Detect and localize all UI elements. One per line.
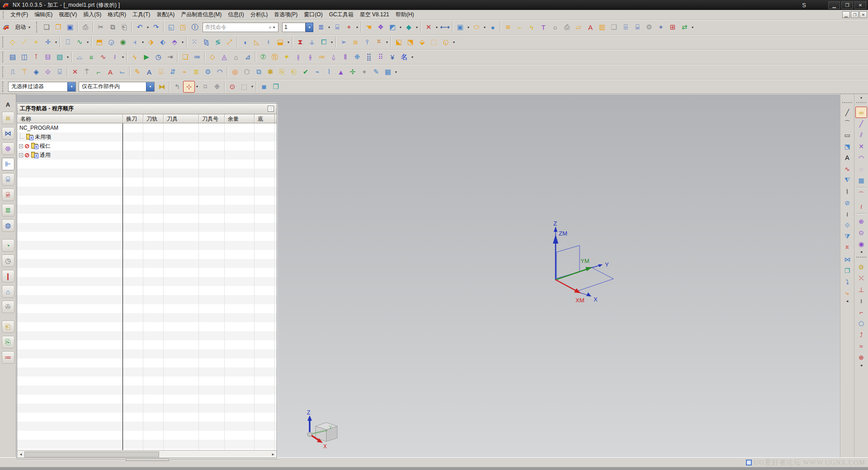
step-block-icon[interactable]: ⌐ bbox=[93, 66, 104, 78]
grid-9-icon[interactable]: ⣿ bbox=[363, 51, 375, 63]
menu-item-4[interactable]: 格式(R) bbox=[104, 10, 129, 19]
navigator-column-0[interactable]: 名称 bbox=[17, 114, 123, 123]
flower-tool-icon[interactable]: ✽ bbox=[264, 66, 276, 78]
reuse-library-icon[interactable]: ≣ bbox=[2, 204, 14, 216]
doc-minimize-button[interactable]: ▁ bbox=[842, 11, 850, 18]
toolbar-grip[interactable] bbox=[856, 257, 866, 259]
plug-tree-icon[interactable]: ⫳ bbox=[304, 51, 316, 63]
spanner-icon[interactable]: ⚙ bbox=[643, 21, 655, 33]
wizards-icon[interactable]: ⌂ bbox=[2, 285, 14, 298]
navigator-row-NC_PROGRAM[interactable]: NC_PROGRAM bbox=[17, 123, 123, 132]
flash-edit-icon[interactable]: ϟ bbox=[526, 21, 538, 33]
list-flash-icon[interactable]: ≣ bbox=[190, 66, 202, 78]
intersect-icon[interactable]: ⬘ bbox=[169, 36, 180, 48]
window-shade-icon[interactable]: ◱ bbox=[165, 21, 177, 33]
dropdown-arrow-icon[interactable]: ▾ bbox=[410, 55, 415, 59]
datum-plane-icon[interactable]: ◇ bbox=[7, 36, 19, 48]
revolve-icon[interactable]: ◶ bbox=[105, 36, 117, 48]
machining-feature-navigator-icon[interactable]: ⌸ bbox=[2, 173, 14, 186]
object-display-icon[interactable]: ❖ bbox=[375, 21, 387, 33]
menu-item-1[interactable]: 编辑(E) bbox=[31, 10, 56, 19]
trim-body-icon[interactable]: ⧗ bbox=[294, 36, 306, 48]
tool-holder-2-icon[interactable]: ⌸ bbox=[632, 21, 643, 33]
toolbar-grip[interactable] bbox=[2, 66, 5, 77]
rectangle-select-icon[interactable]: ⬚ bbox=[238, 81, 250, 93]
split-body-icon[interactable]: ⫝ bbox=[306, 36, 318, 48]
box-pencil-icon[interactable]: ✎ bbox=[370, 66, 382, 78]
brush-1-icon[interactable]: ⌁ bbox=[311, 66, 323, 78]
snap-arc-icon[interactable]: ⌒ bbox=[855, 189, 867, 201]
free-curls-icon[interactable]: ≀ bbox=[841, 208, 853, 220]
annotation-a-icon[interactable]: A bbox=[104, 66, 116, 78]
panel-restore-button[interactable]: □ bbox=[268, 106, 274, 112]
program-view-icon[interactable]: ⊿ bbox=[242, 51, 254, 63]
dropdown-arrow-icon[interactable]: ▾ bbox=[452, 40, 456, 44]
start-button[interactable]: 启动▾ bbox=[12, 22, 35, 33]
snap-arc-center-icon[interactable]: ◠ bbox=[855, 152, 867, 163]
toolbar-grip[interactable] bbox=[842, 102, 852, 105]
plug-add-icon[interactable]: ⫲ bbox=[292, 51, 304, 63]
synchronous-3-icon[interactable]: ⬙ bbox=[416, 36, 428, 48]
pipe-tool-icon[interactable]: ⌙ bbox=[116, 66, 128, 78]
draft-icon[interactable]: ⟊ bbox=[263, 36, 274, 48]
verify-toolpath-icon[interactable]: ▶ bbox=[141, 51, 152, 63]
simulate-icon[interactable]: ◷ bbox=[152, 51, 164, 63]
gauge-target-icon[interactable]: ⊕ bbox=[855, 352, 867, 363]
wrench-doc-icon[interactable]: ⚙ bbox=[855, 261, 867, 273]
menu-item-7[interactable]: 产品制造信息(M) bbox=[178, 10, 225, 19]
snap-circle-plus-icon[interactable]: ⊕ bbox=[855, 216, 867, 227]
fixed-contour-icon[interactable]: ∿ bbox=[97, 51, 109, 63]
view-orient-icon[interactable]: ◩ bbox=[387, 21, 398, 33]
point-dot-icon[interactable]: ⊙ bbox=[226, 81, 238, 93]
patch-body-icon[interactable]: ⧠ bbox=[318, 36, 330, 48]
profile-op-icon[interactable]: ⌓ bbox=[74, 51, 85, 63]
offset-face-icon[interactable]: ≶ bbox=[212, 36, 224, 48]
toolbar-grip[interactable] bbox=[856, 102, 866, 105]
swept-plane-icon[interactable]: ⟐ bbox=[841, 220, 853, 231]
tree-expand-icon[interactable]: + bbox=[19, 153, 23, 157]
toolpath-list-icon[interactable]: ≔ bbox=[191, 51, 203, 63]
cut-icon[interactable]: ✂ bbox=[95, 21, 107, 33]
navigator-column-6[interactable]: 底 bbox=[255, 114, 275, 123]
datum-axis-icon[interactable]: ⟋ bbox=[19, 36, 30, 48]
dropdown-arrow-icon[interactable]: ▾ bbox=[54, 40, 58, 44]
snap-intersection-icon[interactable]: ✕ bbox=[855, 141, 867, 152]
menu-item-12[interactable]: GC工具箱 bbox=[326, 10, 357, 19]
cylinder-display-icon[interactable]: ⬭ bbox=[471, 21, 482, 33]
dropdown-arrow-icon[interactable]: ▾ bbox=[141, 40, 145, 44]
layer-dropdown-icon[interactable]: ▾ bbox=[306, 23, 313, 32]
check-ok-icon[interactable]: ✔ bbox=[300, 66, 311, 78]
redo-icon[interactable]: ↷ bbox=[150, 21, 162, 33]
dropdown-arrow-icon[interactable]: ▾ bbox=[85, 40, 90, 44]
plug-a-icon[interactable]: ⍙ bbox=[328, 51, 340, 63]
dropdown-arrow-icon[interactable]: ▾ bbox=[195, 85, 199, 89]
hscroll-left-icon[interactable]: ◂ bbox=[17, 451, 24, 458]
view-window-icon[interactable]: ▣ bbox=[454, 21, 466, 33]
cylinder-arrow-1-icon[interactable]: ⤵ bbox=[841, 276, 853, 287]
cavity-mill-icon[interactable]: ▤ bbox=[7, 51, 19, 63]
corner-curve-icon[interactable]: ⌐ bbox=[855, 306, 867, 318]
trim-curve-icon[interactable]: ⤬ bbox=[855, 273, 867, 284]
extrude-icon[interactable]: ⬒ bbox=[94, 36, 105, 48]
menu-item-14[interactable]: 帮助(H) bbox=[392, 10, 417, 19]
datum-csys-icon[interactable]: ⌖ bbox=[30, 36, 42, 48]
hscroll-right-icon[interactable]: ▸ bbox=[269, 451, 277, 458]
dropdown-arrow-icon[interactable]: ▾ bbox=[482, 25, 487, 29]
counter-7-icon[interactable]: ⑦ bbox=[257, 51, 269, 63]
eraser-icon[interactable]: ▱ bbox=[573, 21, 585, 33]
navigator-column-5[interactable]: 余量 bbox=[225, 114, 255, 123]
trim-plane-icon[interactable]: ⧩ bbox=[841, 231, 853, 242]
assembly-navigator-icon[interactable]: ⧈ bbox=[2, 112, 14, 124]
step-11-icon[interactable]: ⑪ bbox=[269, 51, 281, 63]
dropdown-arrow-icon[interactable]: ▾ bbox=[250, 85, 255, 89]
toolbar-grip[interactable] bbox=[36, 22, 39, 33]
grid-dots-icon[interactable]: ⠿ bbox=[375, 51, 387, 63]
face-mill-icon[interactable]: ◫ bbox=[19, 51, 30, 63]
work-layer-value[interactable]: 1 bbox=[282, 23, 306, 32]
selection-filter-dropdown-icon[interactable]: ▾ bbox=[67, 82, 75, 91]
solid-cube-icon[interactable]: ❐ bbox=[270, 81, 282, 93]
surface-arrow-icon[interactable]: ⧨ bbox=[841, 174, 853, 186]
sketch-icon[interactable]: ⎕ bbox=[62, 36, 74, 48]
create-program-icon[interactable]: ⎍ bbox=[7, 66, 19, 78]
pattern-feature-icon[interactable]: ⁙ bbox=[189, 36, 200, 48]
